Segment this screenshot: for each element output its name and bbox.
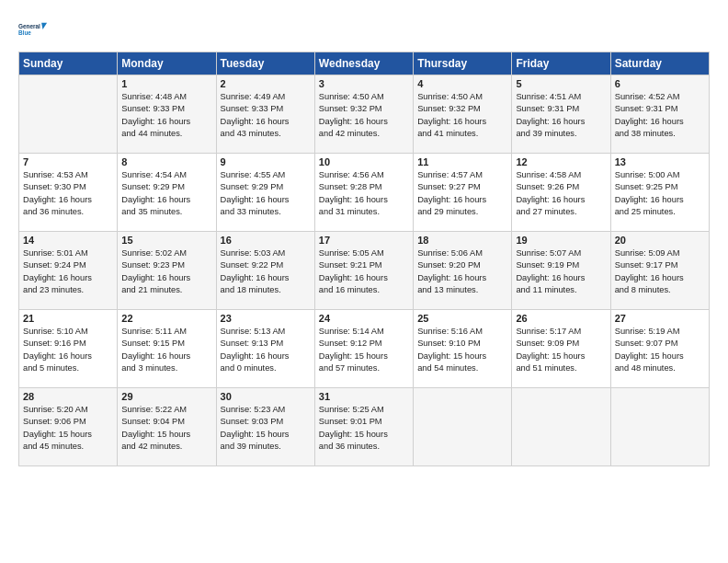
day-number: 22 <box>121 313 211 324</box>
day-info: Sunrise: 5:16 AMSunset: 9:10 PMDaylight:… <box>417 326 507 375</box>
day-number: 28 <box>23 391 113 402</box>
calendar-cell: 23Sunrise: 5:13 AMSunset: 9:13 PMDayligh… <box>216 310 314 388</box>
calendar-cell: 24Sunrise: 5:14 AMSunset: 9:12 PMDayligh… <box>314 310 413 388</box>
calendar-cell: 27Sunrise: 5:19 AMSunset: 9:07 PMDayligh… <box>610 310 709 388</box>
day-info: Sunrise: 5:11 AMSunset: 9:15 PMDaylight:… <box>121 326 211 375</box>
weekday-header-friday: Friday <box>512 52 610 75</box>
calendar-cell: 6Sunrise: 4:52 AMSunset: 9:31 PMDaylight… <box>610 75 709 154</box>
day-info: Sunrise: 5:10 AMSunset: 9:16 PMDaylight:… <box>23 326 113 375</box>
day-info: Sunrise: 5:17 AMSunset: 9:09 PMDaylight:… <box>516 326 606 375</box>
day-info: Sunrise: 5:03 AMSunset: 9:22 PMDaylight:… <box>221 247 311 297</box>
day-number: 1 <box>121 78 211 89</box>
weekday-header-saturday: Saturday <box>610 52 709 75</box>
week-row-4: 21Sunrise: 5:10 AMSunset: 9:16 PMDayligh… <box>19 310 710 388</box>
day-number: 10 <box>319 156 409 167</box>
week-row-3: 14Sunrise: 5:01 AMSunset: 9:24 PMDayligh… <box>19 232 710 310</box>
calendar-cell: 21Sunrise: 5:10 AMSunset: 9:16 PMDayligh… <box>19 310 118 388</box>
calendar-cell: 19Sunrise: 5:07 AMSunset: 9:19 PMDayligh… <box>512 232 610 310</box>
calendar-cell: 18Sunrise: 5:06 AMSunset: 9:20 PMDayligh… <box>414 232 512 310</box>
logo-icon: GeneralBlue <box>18 15 48 44</box>
calendar-cell: 28Sunrise: 5:20 AMSunset: 9:06 PMDayligh… <box>19 388 118 466</box>
day-number: 4 <box>417 78 507 89</box>
day-number: 20 <box>615 235 705 246</box>
calendar-cell: 10Sunrise: 4:56 AMSunset: 9:28 PMDayligh… <box>314 154 413 232</box>
weekday-header-thursday: Thursday <box>414 52 512 75</box>
day-info: Sunrise: 4:52 AMSunset: 9:31 PMDaylight:… <box>615 91 705 141</box>
day-info: Sunrise: 5:00 AMSunset: 9:25 PMDaylight:… <box>615 169 705 219</box>
calendar-cell: 31Sunrise: 5:25 AMSunset: 9:01 PMDayligh… <box>314 388 413 466</box>
day-info: Sunrise: 4:55 AMSunset: 9:29 PMDaylight:… <box>221 169 311 219</box>
calendar-cell: 2Sunrise: 4:49 AMSunset: 9:33 PMDaylight… <box>216 75 314 154</box>
calendar-cell: 12Sunrise: 4:58 AMSunset: 9:26 PMDayligh… <box>512 154 610 232</box>
day-number: 30 <box>221 391 311 402</box>
day-info: Sunrise: 5:19 AMSunset: 9:07 PMDaylight:… <box>615 326 705 375</box>
calendar-cell: 22Sunrise: 5:11 AMSunset: 9:15 PMDayligh… <box>118 310 216 388</box>
day-info: Sunrise: 4:56 AMSunset: 9:28 PMDaylight:… <box>319 169 409 219</box>
day-number: 29 <box>121 391 211 402</box>
day-info: Sunrise: 4:50 AMSunset: 9:32 PMDaylight:… <box>417 91 507 141</box>
calendar-cell <box>610 388 709 466</box>
day-number: 3 <box>319 78 409 89</box>
calendar-cell: 13Sunrise: 5:00 AMSunset: 9:25 PMDayligh… <box>610 154 709 232</box>
day-info: Sunrise: 5:07 AMSunset: 9:19 PMDaylight:… <box>516 247 606 297</box>
day-number: 25 <box>417 313 507 324</box>
day-info: Sunrise: 4:51 AMSunset: 9:31 PMDaylight:… <box>516 91 606 141</box>
day-info: Sunrise: 5:05 AMSunset: 9:21 PMDaylight:… <box>319 247 409 297</box>
day-number: 23 <box>221 313 311 324</box>
calendar-cell <box>512 388 610 466</box>
day-info: Sunrise: 5:14 AMSunset: 9:12 PMDaylight:… <box>319 326 409 375</box>
svg-text:General: General <box>18 23 40 29</box>
day-number: 14 <box>23 235 113 246</box>
calendar-cell <box>414 388 512 466</box>
weekday-header-monday: Monday <box>118 52 216 75</box>
day-number: 15 <box>121 235 211 246</box>
svg-marker-2 <box>41 23 47 29</box>
page: GeneralBlue SundayMondayTuesdayWednesday… <box>0 0 728 563</box>
day-number: 5 <box>516 78 606 89</box>
day-info: Sunrise: 5:22 AMSunset: 9:04 PMDaylight:… <box>121 404 211 454</box>
svg-text:Blue: Blue <box>18 29 31 36</box>
week-row-2: 7Sunrise: 4:53 AMSunset: 9:30 PMDaylight… <box>19 154 710 232</box>
day-info: Sunrise: 4:57 AMSunset: 9:27 PMDaylight:… <box>417 169 507 219</box>
day-info: Sunrise: 5:02 AMSunset: 9:23 PMDaylight:… <box>121 247 211 297</box>
day-info: Sunrise: 5:06 AMSunset: 9:20 PMDaylight:… <box>417 247 507 297</box>
weekday-header-tuesday: Tuesday <box>216 52 314 75</box>
day-number: 16 <box>221 235 311 246</box>
day-number: 2 <box>221 78 311 89</box>
day-info: Sunrise: 5:13 AMSunset: 9:13 PMDaylight:… <box>221 326 311 375</box>
day-info: Sunrise: 5:25 AMSunset: 9:01 PMDaylight:… <box>319 404 409 454</box>
day-number: 31 <box>319 391 409 402</box>
calendar-cell: 5Sunrise: 4:51 AMSunset: 9:31 PMDaylight… <box>512 75 610 154</box>
weekday-header-sunday: Sunday <box>19 52 118 75</box>
weekday-header-row: SundayMondayTuesdayWednesdayThursdayFrid… <box>19 52 710 75</box>
calendar-cell: 9Sunrise: 4:55 AMSunset: 9:29 PMDaylight… <box>216 154 314 232</box>
header: GeneralBlue <box>18 15 710 44</box>
calendar-cell: 29Sunrise: 5:22 AMSunset: 9:04 PMDayligh… <box>118 388 216 466</box>
calendar-cell: 15Sunrise: 5:02 AMSunset: 9:23 PMDayligh… <box>118 232 216 310</box>
day-number: 18 <box>417 235 507 246</box>
calendar-table: SundayMondayTuesdayWednesdayThursdayFrid… <box>18 52 710 466</box>
day-number: 17 <box>319 235 409 246</box>
day-info: Sunrise: 5:20 AMSunset: 9:06 PMDaylight:… <box>23 404 113 454</box>
day-number: 13 <box>615 156 705 167</box>
day-number: 11 <box>417 156 507 167</box>
calendar-cell: 11Sunrise: 4:57 AMSunset: 9:27 PMDayligh… <box>414 154 512 232</box>
week-row-5: 28Sunrise: 5:20 AMSunset: 9:06 PMDayligh… <box>19 388 710 466</box>
day-info: Sunrise: 4:49 AMSunset: 9:33 PMDaylight:… <box>221 91 311 141</box>
day-number: 9 <box>221 156 311 167</box>
day-info: Sunrise: 4:53 AMSunset: 9:30 PMDaylight:… <box>23 169 113 219</box>
logo: GeneralBlue <box>18 15 48 44</box>
calendar-cell: 25Sunrise: 5:16 AMSunset: 9:10 PMDayligh… <box>414 310 512 388</box>
day-info: Sunrise: 5:01 AMSunset: 9:24 PMDaylight:… <box>23 247 113 297</box>
calendar-cell: 17Sunrise: 5:05 AMSunset: 9:21 PMDayligh… <box>314 232 413 310</box>
day-number: 12 <box>516 156 606 167</box>
day-number: 6 <box>615 78 705 89</box>
calendar-cell: 14Sunrise: 5:01 AMSunset: 9:24 PMDayligh… <box>19 232 118 310</box>
calendar-cell: 20Sunrise: 5:09 AMSunset: 9:17 PMDayligh… <box>610 232 709 310</box>
weekday-header-wednesday: Wednesday <box>314 52 413 75</box>
calendar-cell: 3Sunrise: 4:50 AMSunset: 9:32 PMDaylight… <box>314 75 413 154</box>
day-number: 7 <box>23 156 113 167</box>
day-number: 19 <box>516 235 606 246</box>
day-info: Sunrise: 4:58 AMSunset: 9:26 PMDaylight:… <box>516 169 606 219</box>
day-info: Sunrise: 5:23 AMSunset: 9:03 PMDaylight:… <box>221 404 311 454</box>
